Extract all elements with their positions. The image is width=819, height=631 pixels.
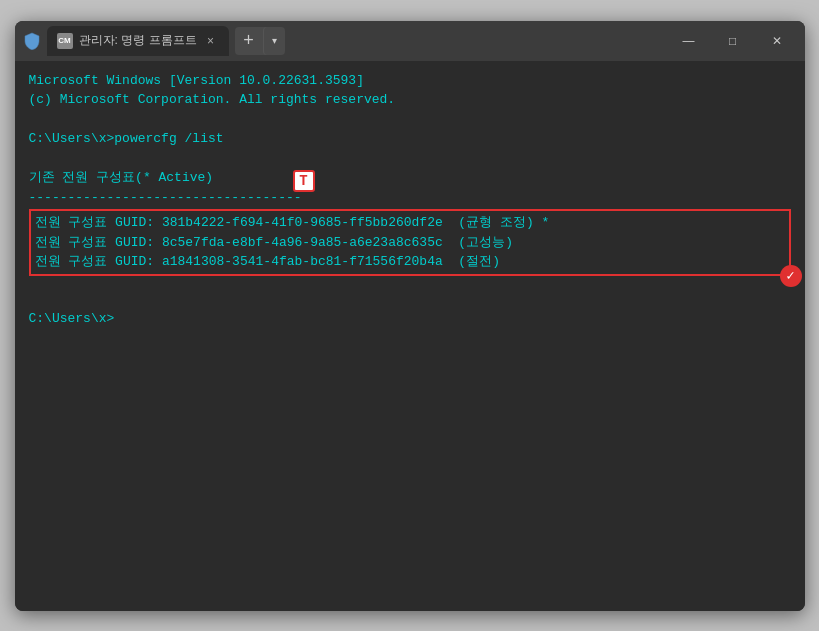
terminal-line-5: 기존 전원 구성표(* Active) — [29, 168, 791, 188]
maximize-button[interactable]: □ — [713, 26, 753, 56]
t-badge: T — [293, 170, 315, 192]
main-window: CM 관리자: 명령 프롬프트 × + ▾ — □ ✕ Microsoft Wi… — [15, 21, 805, 611]
terminal-body[interactable]: Microsoft Windows [Version 10.0.22631.35… — [15, 61, 805, 611]
minimize-button[interactable]: — — [669, 26, 709, 56]
terminal-line-8: 전원 구성표 GUID: 8c5e7fda-e8bf-4a96-9a85-a6e… — [35, 233, 785, 253]
active-tab[interactable]: CM 관리자: 명령 프롬프트 × — [47, 26, 229, 56]
titlebar: CM 관리자: 명령 프롬프트 × + ▾ — □ ✕ — [15, 21, 805, 61]
new-tab-button[interactable]: + — [235, 27, 263, 55]
highlight-box: 전원 구성표 GUID: 381b4222-f694-41f0-9685-ff5… — [29, 209, 791, 276]
tab-controls: + ▾ — [235, 27, 285, 55]
terminal-line-7: 전원 구성표 GUID: 381b4222-f694-41f0-9685-ff5… — [35, 213, 785, 233]
terminal-line-10 — [29, 290, 791, 310]
tab-label: 관리자: 명령 프롬프트 — [79, 32, 197, 49]
tab-dropdown-button[interactable]: ▾ — [263, 27, 285, 55]
terminal-line-4 — [29, 149, 791, 169]
shield-icon — [23, 32, 41, 50]
terminal-line-3: C:\Users\x>powercfg /list — [29, 129, 791, 149]
close-button[interactable]: ✕ — [757, 26, 797, 56]
terminal-line-2 — [29, 110, 791, 130]
close-tab-button[interactable]: × — [203, 33, 219, 49]
titlebar-left: CM 관리자: 명령 프롬프트 × + ▾ — [23, 26, 663, 56]
check-badge: ✓ — [780, 265, 802, 287]
terminal-line-0: Microsoft Windows [Version 10.0.22631.35… — [29, 71, 791, 91]
terminal-line-11: C:\Users\x> — [29, 309, 791, 329]
tab-icon: CM — [57, 33, 73, 49]
terminal-line-9: 전원 구성표 GUID: a1841308-3541-4fab-bc81-f71… — [35, 252, 785, 272]
terminal-line-1: (c) Microsoft Corporation. All rights re… — [29, 90, 791, 110]
terminal-line-6: ----------------------------------- — [29, 188, 791, 208]
titlebar-right: — □ ✕ — [669, 26, 797, 56]
